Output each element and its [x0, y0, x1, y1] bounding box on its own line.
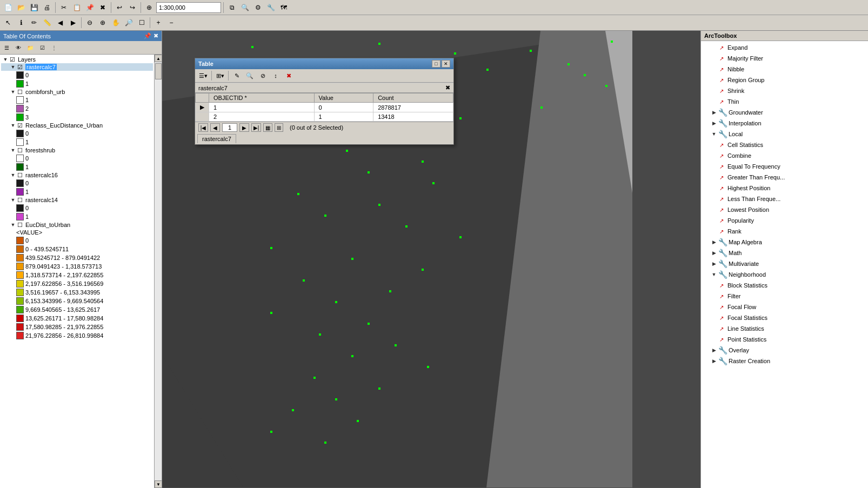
toc-list-btn[interactable]: ☰: [1, 42, 12, 53]
zoom-out-btn[interactable]: −: [165, 17, 177, 29]
settings-btn[interactable]: 🔧: [265, 2, 277, 14]
forestshrub-child-1[interactable]: 1: [1, 163, 153, 171]
pan-btn[interactable]: ✋: [110, 17, 122, 29]
tool-majority-filter[interactable]: ↗ Majority Filter: [702, 53, 867, 64]
group-multivariate[interactable]: ▶ 🔧 Multivariate: [702, 258, 867, 269]
edit-btn[interactable]: ✏: [28, 17, 40, 29]
eucdist-child-2[interactable]: 439.5245712 - 879.0491422: [1, 253, 153, 262]
th-count[interactable]: Count: [373, 93, 453, 103]
paste-btn[interactable]: 📌: [84, 2, 96, 14]
layers-checkbox[interactable]: ☑: [10, 56, 16, 63]
rastercalc7-child-0[interactable]: 0: [1, 71, 153, 79]
table-options-btn[interactable]: ⊞▾: [214, 70, 226, 81]
toc-scroll-thumb[interactable]: [155, 63, 162, 79]
toc-source-btn[interactable]: 📁: [25, 42, 36, 53]
group-map-algebra[interactable]: ▶ 🔧 Map Algebra: [702, 237, 867, 248]
rastercalc14-child-0[interactable]: 0: [1, 204, 153, 212]
toc-close-icon[interactable]: ✖: [153, 32, 158, 39]
layers-root[interactable]: ▼ ☑ Layers: [1, 56, 153, 63]
eucdist-child-7[interactable]: 6,153.343996 - 9,669.540564: [1, 297, 153, 305]
tools-btn[interactable]: ⚙: [252, 2, 264, 14]
dialog-restore-btn[interactable]: □: [432, 60, 440, 68]
nav-next-btn[interactable]: ▶: [239, 123, 249, 132]
combforsh-child-1[interactable]: 1: [1, 96, 153, 104]
combforsh-child-3[interactable]: 3: [1, 113, 153, 122]
nav-prev-btn[interactable]: ◀: [210, 123, 220, 132]
th-value[interactable]: Value: [314, 93, 373, 103]
nav-first-btn[interactable]: |◀: [198, 123, 208, 132]
table-menu-btn[interactable]: ☰▾: [197, 70, 209, 81]
combforsh-checkbox[interactable]: ☐: [17, 89, 24, 95]
table-row-1[interactable]: ▶ 1 0 2878817: [196, 103, 453, 112]
eucdist-value-label[interactable]: <VALUE>: [1, 229, 153, 236]
rastercalc7-checkbox[interactable]: ☑: [17, 64, 24, 70]
tool-popularity[interactable]: ↗ Popularity: [702, 215, 867, 226]
reclass-checkbox[interactable]: ☑: [17, 122, 24, 129]
identify-btn[interactable]: 🔎: [123, 17, 135, 29]
tool-line-statistics[interactable]: ↗ Line Statistics: [702, 323, 867, 334]
undo-btn[interactable]: ↩: [113, 2, 125, 14]
open-btn[interactable]: 📂: [15, 2, 27, 14]
table-switch-btn[interactable]: ↕: [270, 70, 282, 81]
nav-prev-btn[interactable]: ◀: [54, 17, 66, 29]
find-btn[interactable]: 🔍: [239, 2, 251, 14]
delete-btn[interactable]: ✖: [97, 2, 109, 14]
map-btn[interactable]: 🗺: [278, 2, 290, 14]
eucdist-child-0[interactable]: 0: [1, 236, 153, 245]
reclass-child-1[interactable]: 1: [1, 138, 153, 146]
layer-combforsh[interactable]: ▼ ☐ combforsh_urb: [1, 88, 153, 96]
toc-pin-icon[interactable]: 📌: [144, 32, 151, 39]
nav-last-btn[interactable]: ▶|: [251, 123, 261, 132]
group-groundwater[interactable]: ▶ 🔧 Groundwater: [702, 107, 867, 118]
zoom-prev-btn[interactable]: ⊖: [84, 17, 96, 29]
tool-nibble[interactable]: ↗ Nibble: [702, 64, 867, 75]
eucdist-child-4[interactable]: 1,318.573714 - 2,197.622855: [1, 271, 153, 279]
zoom-in-btn[interactable]: +: [152, 17, 164, 29]
save-btn[interactable]: 💾: [28, 2, 40, 14]
eucdist-child-5[interactable]: 2,197.622856 - 3,516.196569: [1, 279, 153, 288]
rastercalc16-child-0[interactable]: 0: [1, 179, 153, 188]
table-delete-btn[interactable]: ✖: [283, 70, 295, 81]
tool-cell-statistics[interactable]: ↗ Cell Statistics: [702, 139, 867, 150]
layer-rastercalc14[interactable]: ▼ ☐ rastercalc14: [1, 196, 153, 204]
map-area[interactable]: Table □ ✕ ☰▾ ⊞▾ ✎ 🔍 ⊘ ↕ ✖ rastercalc7: [162, 31, 700, 488]
nav-next-btn[interactable]: ▶: [67, 17, 79, 29]
eucdist-child-6[interactable]: 3,516.19657 - 6,153.343995: [1, 288, 153, 297]
toc-scroll-down[interactable]: ▼: [155, 480, 162, 488]
tool-thin[interactable]: ↗ Thin: [702, 96, 867, 107]
layer-eucdist[interactable]: ▼ ☐ EucDist_toUrban: [1, 221, 153, 229]
select2-btn[interactable]: ☐: [136, 17, 148, 29]
sub-table-close-btn[interactable]: ✖: [445, 84, 450, 91]
tool-equal-to-freq[interactable]: ↗ Equal To Frequency: [702, 161, 867, 172]
rastercalc14-checkbox[interactable]: ☐: [17, 197, 24, 203]
eucdist-child-11[interactable]: 21,976.22856 - 26,810.99884: [1, 331, 153, 340]
table-clear-btn[interactable]: ⊘: [257, 70, 269, 81]
tool-focal-statistics[interactable]: ↗ Focal Statistics: [702, 312, 867, 323]
cut-btn[interactable]: ✂: [58, 2, 70, 14]
toc-select-btn[interactable]: ☑: [37, 42, 48, 53]
eucdist-checkbox[interactable]: ☐: [17, 222, 24, 228]
new-btn[interactable]: 📄: [2, 2, 14, 14]
eucdist-child-3[interactable]: 879.0491423 - 1,318.573713: [1, 262, 153, 271]
info-btn[interactable]: ℹ: [15, 17, 27, 29]
forestshrub-child-0[interactable]: 0: [1, 154, 153, 163]
tool-less-than-freq[interactable]: ↗ Less Than Freque...: [702, 193, 867, 204]
zoom-next-btn[interactable]: ⊕: [97, 17, 109, 29]
layer-reclass[interactable]: ▼ ☑ Reclass_EucDistance_Urban: [1, 122, 153, 129]
group-interpolation[interactable]: ▶ 🔧 Interpolation: [702, 118, 867, 129]
layer-rastercalc7[interactable]: ▼ ☑ rastercalc7: [1, 63, 153, 71]
ext-btn[interactable]: ⧉: [226, 2, 238, 14]
zoom-select-btn[interactable]: ⊕: [143, 2, 155, 14]
eucdist-child-8[interactable]: 9,669.540565 - 13,625.2617: [1, 305, 153, 314]
rastercalc16-child-1[interactable]: 1: [1, 188, 153, 196]
combforsh-child-2[interactable]: 2: [1, 104, 153, 113]
th-objectid[interactable]: OBJECTID *: [209, 93, 315, 103]
forestshrub-checkbox[interactable]: ☐: [17, 147, 24, 153]
dialog-titlebar[interactable]: Table □ ✕: [195, 58, 453, 69]
group-neighborhood[interactable]: ▼ 🔧 Neighborhood: [702, 269, 867, 280]
toc-options-btn[interactable]: ⋮: [49, 42, 59, 53]
rastercalc7-child-1[interactable]: 1: [1, 79, 153, 88]
copy-btn[interactable]: 📋: [71, 2, 83, 14]
toc-scrollbar[interactable]: ▲ ▼: [154, 55, 162, 488]
rastercalc16-checkbox[interactable]: ☐: [17, 172, 24, 178]
